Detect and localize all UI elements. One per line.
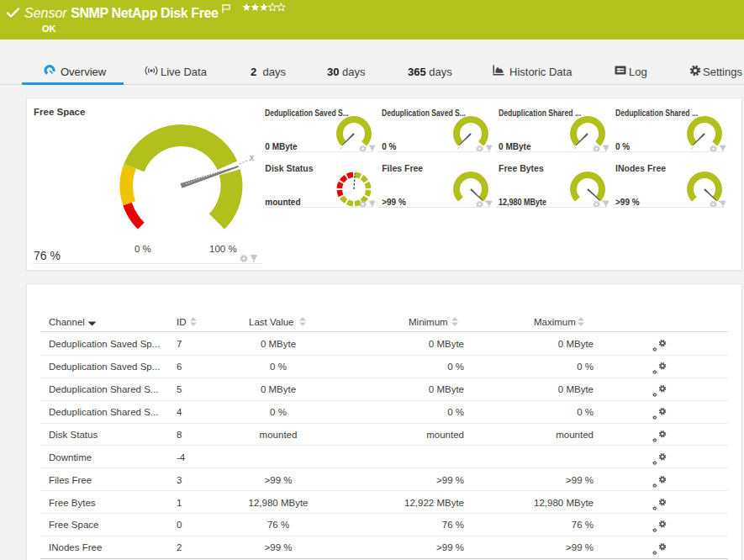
svg-text:x: x [250, 153, 254, 162]
